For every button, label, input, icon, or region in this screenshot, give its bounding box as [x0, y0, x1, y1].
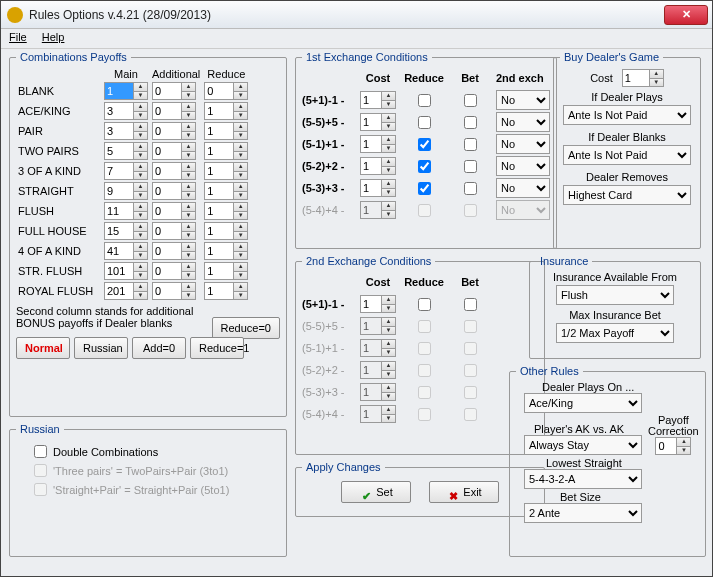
spin-up-icon[interactable]: ▲	[234, 163, 247, 171]
spin-up-icon[interactable]: ▲	[382, 158, 395, 166]
spin-input[interactable]	[104, 182, 134, 200]
spin-input[interactable]	[360, 91, 382, 109]
exch1-second-select[interactable]: No	[496, 156, 550, 176]
spin-input[interactable]	[104, 122, 134, 140]
exit-button[interactable]: Exit	[429, 481, 499, 503]
spin-down-icon[interactable]: ▼	[234, 151, 247, 160]
spin-input[interactable]	[152, 122, 182, 140]
spin-up-icon[interactable]: ▲	[234, 203, 247, 211]
spin-up-icon[interactable]: ▲	[234, 283, 247, 291]
spin-up-icon[interactable]: ▲	[382, 180, 395, 188]
spin-input[interactable]	[204, 282, 234, 300]
double-comb-checkbox[interactable]	[34, 445, 47, 458]
spin-up-icon[interactable]: ▲	[182, 263, 195, 271]
spin-down-icon[interactable]: ▼	[234, 131, 247, 140]
spin-input[interactable]	[204, 162, 234, 180]
spin-down-icon[interactable]: ▼	[677, 446, 690, 455]
exch1-second-select[interactable]: No	[496, 112, 550, 132]
spin-up-icon[interactable]: ▲	[134, 243, 147, 251]
close-button[interactable]: ✕	[664, 5, 708, 25]
spin-input[interactable]	[104, 222, 134, 240]
spin-input[interactable]	[152, 242, 182, 260]
spin-input[interactable]	[360, 135, 382, 153]
spin-up-icon[interactable]: ▲	[134, 223, 147, 231]
spin-down-icon[interactable]: ▼	[182, 91, 195, 100]
payoff-corr-input[interactable]	[655, 437, 677, 455]
spin-up-icon[interactable]: ▲	[134, 103, 147, 111]
spin-input[interactable]	[204, 102, 234, 120]
spin-down-icon[interactable]: ▼	[134, 111, 147, 120]
spin-input[interactable]	[360, 157, 382, 175]
spin-up-icon[interactable]: ▲	[182, 83, 195, 91]
spin-input[interactable]	[152, 282, 182, 300]
spin-down-icon[interactable]: ▼	[234, 251, 247, 260]
set-button[interactable]: Set	[341, 481, 411, 503]
spin-down-icon[interactable]: ▼	[134, 131, 147, 140]
spin-up-icon[interactable]: ▲	[182, 163, 195, 171]
spin-down-icon[interactable]: ▼	[382, 100, 395, 109]
spin-up-icon[interactable]: ▲	[382, 136, 395, 144]
spin-down-icon[interactable]: ▼	[234, 171, 247, 180]
spin-up-icon[interactable]: ▲	[182, 203, 195, 211]
spin-up-icon[interactable]: ▲	[382, 296, 395, 304]
spin-down-icon[interactable]: ▼	[134, 271, 147, 280]
insurance-max-select[interactable]: 1/2 Max Payoff	[556, 323, 674, 343]
spin-down-icon[interactable]: ▼	[182, 211, 195, 220]
exch1-reduce-checkbox[interactable]	[418, 182, 431, 195]
spin-input[interactable]	[104, 202, 134, 220]
spin-input[interactable]	[104, 242, 134, 260]
spin-input[interactable]	[204, 242, 234, 260]
spin-input[interactable]	[204, 122, 234, 140]
spin-down-icon[interactable]: ▼	[134, 151, 147, 160]
normal-button[interactable]: Normal	[16, 337, 70, 359]
spin-down-icon[interactable]: ▼	[134, 211, 147, 220]
russian-button[interactable]: Russian	[74, 337, 128, 359]
spin-down-icon[interactable]: ▼	[182, 231, 195, 240]
spin-input[interactable]	[152, 262, 182, 280]
spin-up-icon[interactable]: ▲	[134, 183, 147, 191]
spin-input[interactable]	[152, 222, 182, 240]
spin-up-icon[interactable]: ▲	[182, 143, 195, 151]
spin-up-icon[interactable]: ▲	[234, 243, 247, 251]
spin-down-icon[interactable]: ▼	[182, 191, 195, 200]
other-lowest-select[interactable]: 5-4-3-2-A	[524, 469, 642, 489]
spin-down-icon[interactable]: ▼	[134, 231, 147, 240]
spin-up-icon[interactable]: ▲	[134, 283, 147, 291]
exch1-reduce-checkbox[interactable]	[418, 160, 431, 173]
spin-down-icon[interactable]: ▼	[234, 191, 247, 200]
spin-up-icon[interactable]: ▲	[234, 103, 247, 111]
spin-down-icon[interactable]: ▼	[134, 171, 147, 180]
spin-up-icon[interactable]: ▲	[234, 263, 247, 271]
spin-up-icon[interactable]: ▲	[182, 223, 195, 231]
add0-button[interactable]: Add=0	[132, 337, 186, 359]
exch1-reduce-checkbox[interactable]	[418, 116, 431, 129]
reduce0-button[interactable]: Reduce=0	[212, 317, 280, 339]
spin-input[interactable]	[204, 142, 234, 160]
spin-up-icon[interactable]: ▲	[382, 114, 395, 122]
spin-up-icon[interactable]: ▲	[182, 283, 195, 291]
spin-input[interactable]	[104, 142, 134, 160]
spin-down-icon[interactable]: ▼	[182, 251, 195, 260]
spin-down-icon[interactable]: ▼	[382, 304, 395, 313]
exch1-bet-checkbox[interactable]	[464, 116, 477, 129]
exch1-bet-checkbox[interactable]	[464, 94, 477, 107]
spin-down-icon[interactable]: ▼	[382, 166, 395, 175]
other-ak-select[interactable]: Always Stay	[524, 435, 642, 455]
buy-ifplays-select[interactable]: Ante Is Not Paid	[563, 105, 691, 125]
exch2-bet-checkbox[interactable]	[464, 298, 477, 311]
spin-input[interactable]	[152, 142, 182, 160]
spin-up-icon[interactable]: ▲	[134, 203, 147, 211]
spin-input[interactable]	[204, 82, 234, 100]
buy-cost-input[interactable]	[622, 69, 650, 87]
spin-up-icon[interactable]: ▲	[182, 183, 195, 191]
spin-input[interactable]	[204, 222, 234, 240]
spin-input[interactable]	[152, 102, 182, 120]
spin-input[interactable]	[360, 295, 382, 313]
spin-down-icon[interactable]: ▼	[234, 291, 247, 300]
spin-input[interactable]	[104, 262, 134, 280]
exch1-bet-checkbox[interactable]	[464, 160, 477, 173]
spin-input[interactable]	[152, 82, 182, 100]
exch1-reduce-checkbox[interactable]	[418, 138, 431, 151]
spin-input[interactable]	[104, 282, 134, 300]
other-dealer-plays-select[interactable]: Ace/King	[524, 393, 642, 413]
